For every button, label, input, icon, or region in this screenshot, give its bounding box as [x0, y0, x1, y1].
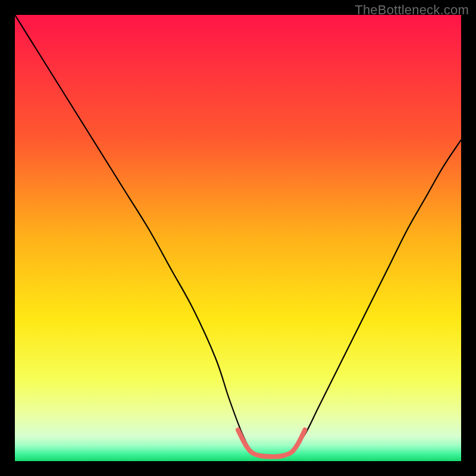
- plot-area: [15, 15, 461, 461]
- gradient-background: [15, 15, 461, 461]
- chart-svg: [15, 15, 461, 461]
- chart-stage: TheBottleneck.com: [0, 0, 476, 476]
